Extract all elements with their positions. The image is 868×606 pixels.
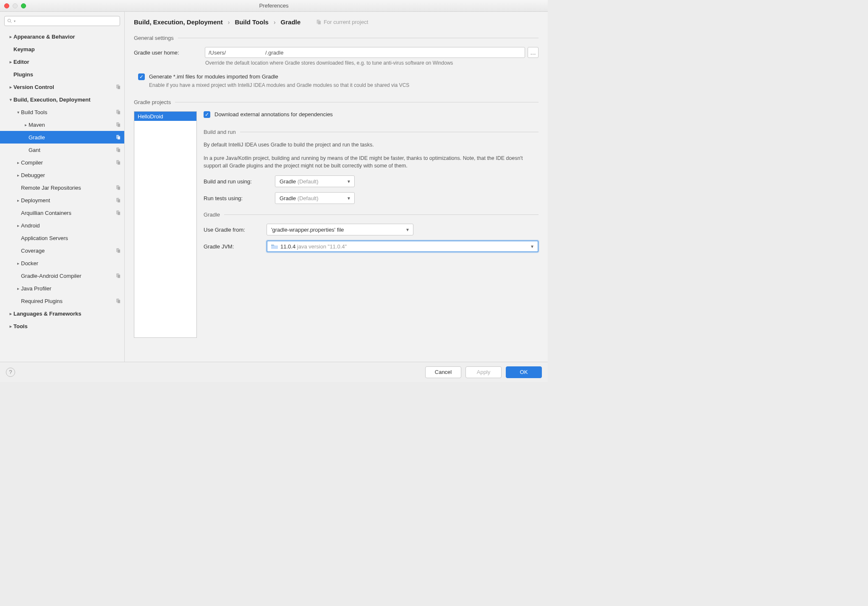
sidebar-item-debugger[interactable]: ▸Debugger — [0, 169, 124, 181]
sidebar-item-gant[interactable]: Gant — [0, 144, 124, 156]
sidebar-item-editor[interactable]: ▸Editor — [0, 55, 124, 68]
sidebar-item-label: Gradle — [29, 134, 115, 141]
sidebar-item-label: Editor — [13, 59, 121, 65]
chevron-right-icon[interactable]: ▸ — [15, 160, 21, 165]
sidebar-item-label: Debugger — [21, 172, 121, 178]
chevron-right-icon[interactable]: ▸ — [8, 324, 13, 329]
gradle-jvm-select[interactable]: 11.0.4 java version "11.0.4" ▼ — [267, 240, 539, 252]
chevron-down-icon[interactable]: ▾ — [8, 97, 13, 102]
chevron-right-icon[interactable]: ▸ — [8, 34, 13, 39]
sidebar-item-remote-jar-repositories[interactable]: Remote Jar Repositories — [0, 181, 124, 194]
chevron-right-icon[interactable]: ▸ — [15, 223, 21, 228]
cancel-button[interactable]: Cancel — [425, 366, 461, 378]
sidebar-item-label: Java Profiler — [21, 285, 121, 292]
chevron-down-icon: ▼ — [347, 179, 351, 184]
sidebar-item-build-tools[interactable]: ▾Build Tools — [0, 106, 124, 118]
chevron-right-icon[interactable]: ▸ — [23, 123, 29, 127]
sidebar-item-coverage[interactable]: Coverage — [0, 244, 124, 257]
per-project-icon — [115, 298, 121, 304]
chevron-right-icon[interactable]: ▸ — [8, 311, 13, 316]
sidebar-item-label: Build, Execution, Deployment — [13, 97, 121, 103]
per-project-icon — [115, 134, 121, 140]
apply-button[interactable]: Apply — [465, 366, 502, 378]
generate-iml-checkbox[interactable] — [138, 73, 145, 80]
chevron-right-icon[interactable]: ▸ — [15, 261, 21, 266]
sidebar-item-maven[interactable]: ▸Maven — [0, 118, 124, 131]
sidebar-item-docker[interactable]: ▸Docker — [0, 257, 124, 269]
chevron-down-icon: ▼ — [530, 244, 534, 249]
sidebar-item-label: Gradle-Android Compiler — [21, 273, 115, 279]
search-input[interactable] — [17, 18, 117, 24]
sidebar-item-version-control[interactable]: ▸Version Control — [0, 81, 124, 93]
preferences-content: Build, Execution, Deployment › Build Too… — [125, 12, 548, 362]
preferences-tree: ▸Appearance & BehaviorKeymap▸EditorPlugi… — [0, 30, 124, 362]
sidebar-item-label: Tools — [13, 323, 121, 329]
per-project-icon — [115, 84, 121, 90]
chevron-right-icon[interactable]: ▸ — [15, 286, 21, 291]
sidebar-item-java-profiler[interactable]: ▸Java Profiler — [0, 282, 124, 295]
preferences-sidebar: ▾ ▸Appearance & BehaviorKeymap▸EditorPlu… — [0, 12, 125, 362]
sidebar-item-gradle-android-compiler[interactable]: Gradle-Android Compiler — [0, 269, 124, 282]
sidebar-item-deployment[interactable]: ▸Deployment — [0, 194, 124, 206]
per-project-icon — [115, 273, 121, 279]
per-project-icon — [115, 147, 121, 153]
per-project-icon — [115, 109, 121, 115]
per-project-icon — [115, 248, 121, 253]
copy-icon — [316, 19, 321, 25]
sidebar-item-label: Android — [21, 222, 121, 229]
svg-line-1 — [10, 22, 12, 23]
chevron-right-icon[interactable]: ▸ — [15, 173, 21, 178]
search-icon — [7, 18, 12, 24]
chevron-down-icon[interactable]: ▾ — [15, 110, 21, 115]
sidebar-item-arquillian-containers[interactable]: Arquillian Containers — [0, 206, 124, 219]
chevron-right-icon[interactable]: ▸ — [8, 60, 13, 64]
search-dropdown-icon[interactable]: ▾ — [14, 19, 16, 23]
use-gradle-from-select[interactable]: 'gradle-wrapper.properties' file ▼ — [267, 224, 413, 235]
sidebar-item-label: Deployment — [21, 197, 115, 204]
chevron-right-icon[interactable]: ▸ — [15, 198, 21, 203]
generate-iml-label: Generate *.iml files for modules importe… — [149, 73, 409, 80]
sidebar-item-keymap[interactable]: Keymap — [0, 43, 124, 55]
per-project-icon — [115, 159, 121, 165]
chevron-right-icon[interactable]: ▸ — [8, 85, 13, 89]
sidebar-item-android[interactable]: ▸Android — [0, 219, 124, 232]
sidebar-item-gradle[interactable]: Gradle — [0, 131, 124, 144]
folder-icon — [271, 244, 278, 249]
run-tests-select[interactable]: Gradle (Default) ▼ — [275, 192, 355, 204]
sidebar-item-plugins[interactable]: Plugins — [0, 68, 124, 81]
build-run-desc1: By default IntelliJ IDEA uses Gradle to … — [204, 141, 539, 149]
gradle-user-home-hint: Override the default location where Grad… — [205, 60, 539, 66]
sidebar-item-label: Docker — [21, 260, 121, 266]
build-using-select[interactable]: Gradle (Default) ▼ — [275, 175, 355, 187]
sidebar-item-build-execution-deployment[interactable]: ▾Build, Execution, Deployment — [0, 93, 124, 106]
sidebar-item-label: Remote Jar Repositories — [21, 185, 115, 191]
sidebar-item-label: Maven — [29, 122, 115, 128]
sidebar-item-languages-frameworks[interactable]: ▸Languages & Frameworks — [0, 307, 124, 320]
breadcrumb-part[interactable]: Build, Execution, Deployment — [134, 18, 223, 26]
sidebar-item-required-plugins[interactable]: Required Plugins — [0, 295, 124, 307]
browse-button[interactable]: … — [528, 47, 539, 58]
gradle-project-item[interactable]: HelloDroid — [134, 112, 196, 121]
breadcrumb-separator: › — [274, 19, 276, 26]
sidebar-item-tools[interactable]: ▸Tools — [0, 320, 124, 332]
ok-button[interactable]: OK — [506, 366, 542, 378]
help-button[interactable]: ? — [6, 368, 15, 377]
sidebar-item-appearance-behavior[interactable]: ▸Appearance & Behavior — [0, 30, 124, 43]
per-project-icon — [115, 122, 121, 128]
search-box[interactable]: ▾ — [4, 16, 120, 26]
sidebar-item-label: Languages & Frameworks — [13, 311, 121, 317]
dialog-footer: ? Cancel Apply OK — [0, 362, 548, 382]
section-build-and-run: Build and run — [204, 129, 539, 135]
sidebar-item-compiler[interactable]: ▸Compiler — [0, 156, 124, 169]
gradle-user-home-input[interactable] — [205, 47, 525, 58]
svg-point-0 — [8, 19, 11, 22]
gradle-jvm-label: Gradle JVM: — [204, 243, 267, 250]
breadcrumb-part[interactable]: Build Tools — [235, 18, 269, 26]
sidebar-item-label: Gant — [29, 147, 115, 153]
gradle-projects-list[interactable]: HelloDroid — [134, 111, 197, 338]
per-project-icon — [115, 185, 121, 191]
sidebar-item-application-servers[interactable]: Application Servers — [0, 232, 124, 244]
sidebar-item-label: Compiler — [21, 159, 115, 166]
section-general-settings: General settings — [134, 35, 539, 41]
download-annotations-checkbox[interactable] — [204, 111, 210, 118]
